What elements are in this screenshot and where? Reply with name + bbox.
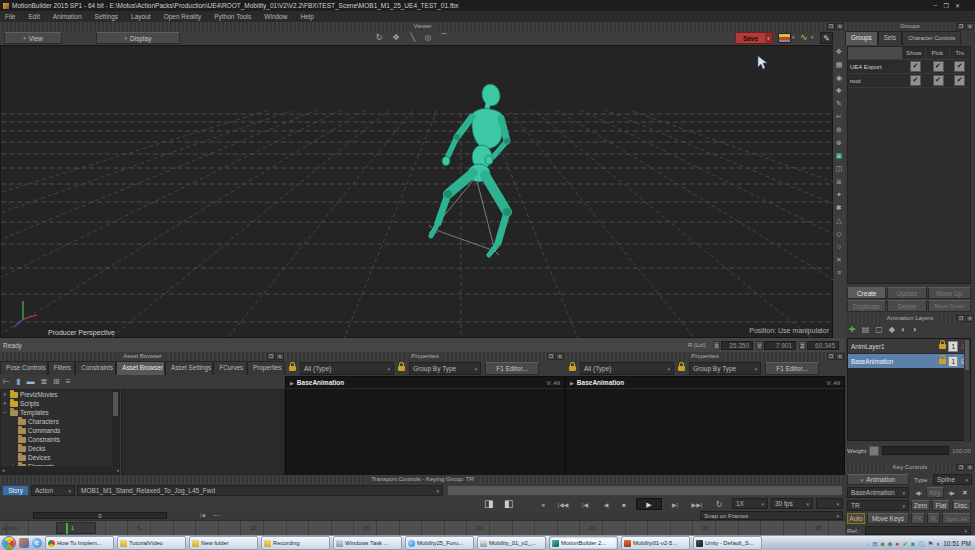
display-dropdown[interactable]: ▾ Display xyxy=(96,32,180,44)
side-tool-icon[interactable]: ◫ xyxy=(836,162,843,175)
current-frame-field[interactable]: 0 xyxy=(33,512,167,519)
tray-icon[interactable]: ◗ xyxy=(936,540,940,547)
view-dropdown[interactable]: ▾ View xyxy=(4,32,62,44)
trs-checkbox[interactable]: ✔ xyxy=(954,61,965,72)
duplicate-group-button[interactable]: Duplicate xyxy=(847,300,886,312)
pane-maximize-icon[interactable]: ❐ xyxy=(827,353,835,360)
delete-key-icon[interactable]: ✕ xyxy=(959,487,971,499)
color-swatch-icon[interactable] xyxy=(778,33,791,43)
group-by-dropdown[interactable]: Group By Type▾ xyxy=(409,362,481,375)
tab-character-controls[interactable]: Character Controls xyxy=(902,31,961,45)
side-tool-icon[interactable]: ✦ xyxy=(836,188,842,201)
fk-button[interactable]: FK xyxy=(911,513,925,524)
show-checkbox[interactable]: ✔ xyxy=(910,75,921,86)
menu-animation[interactable]: Animation xyxy=(53,13,82,20)
group-row[interactable]: root ✔ ✔ ✔ xyxy=(848,74,970,88)
task-motionbuilder[interactable]: MotionBuilder 2... xyxy=(549,536,618,550)
pane-maximize-icon[interactable]: ❐ xyxy=(957,464,965,471)
viewer-maximize-icon[interactable]: ❐ xyxy=(827,23,835,30)
tree-item[interactable]: Decks xyxy=(1,444,119,453)
move-down-button[interactable]: Move Down xyxy=(928,300,971,312)
tab-asset-settings[interactable]: Asset Settings xyxy=(165,361,213,375)
goto-end-button[interactable]: ▶▶| xyxy=(688,499,706,511)
weight-thumb[interactable] xyxy=(869,446,879,456)
menu-layout[interactable]: Layout xyxy=(131,13,151,20)
save-options-arrow-icon[interactable]: ▾ xyxy=(765,33,772,43)
key-layer-dropdown[interactable]: BaseAnimation▾ xyxy=(847,487,909,498)
pick-checkbox[interactable]: ✔ xyxy=(933,61,944,72)
interpolation-type-dropdown[interactable]: Spline▾ xyxy=(933,474,972,485)
task-recording[interactable]: Recording xyxy=(261,536,330,550)
orbit-camera-icon[interactable]: ↻ xyxy=(372,32,386,44)
swatch-arrow-icon[interactable]: ▾ xyxy=(792,34,795,40)
tab-sets[interactable]: Sets xyxy=(878,31,903,45)
menu-window[interactable]: Window xyxy=(264,13,287,20)
side-tool-icon[interactable]: ≡ xyxy=(837,266,841,279)
move-up-button[interactable]: Move Up xyxy=(928,287,971,299)
action-mode-dropdown[interactable]: Action▾ xyxy=(31,485,75,496)
play-button[interactable]: ▶ xyxy=(636,498,662,510)
layers-scrollbar[interactable] xyxy=(964,339,970,442)
side-tool-icon[interactable]: ⊕ xyxy=(836,123,842,136)
tree-item[interactable]: −Templates xyxy=(1,408,119,417)
task-tutorialvideo[interactable]: TutorialVideo xyxy=(117,536,186,550)
show-checkbox[interactable]: ✔ xyxy=(910,61,921,72)
side-tool-icon[interactable]: ○ xyxy=(837,240,841,253)
loop-button[interactable]: ↻ xyxy=(712,499,726,511)
zoom-out-icon[interactable]: |◀ xyxy=(200,512,205,518)
dolly-camera-icon[interactable]: ╲ xyxy=(406,32,420,44)
tab-groups[interactable]: Groups xyxy=(845,31,878,45)
scrollbar-thumb[interactable] xyxy=(113,392,118,416)
playhead-box[interactable]: 1 xyxy=(56,522,96,534)
pane-close-icon[interactable]: ✕ xyxy=(966,315,974,322)
duplicate-layer-icon[interactable]: ▤ xyxy=(862,324,870,337)
take-notes-field[interactable] xyxy=(447,485,843,496)
tree-item[interactable]: +Scripts xyxy=(1,399,119,408)
scrollbar-thumb[interactable] xyxy=(965,340,969,370)
layer-weight-badge[interactable]: 1 xyxy=(948,341,958,352)
side-tool-icon[interactable]: ◉ xyxy=(836,71,842,84)
side-tool-icon[interactable]: ✎ xyxy=(836,97,842,110)
take-name-dropdown[interactable]: MOB1_M1_Stand_Relaxed_To_Jog_L45_Fwd▾ xyxy=(77,485,443,496)
auto-key-button[interactable]: Auto xyxy=(847,513,865,524)
pane-close-icon[interactable]: ✕ xyxy=(556,353,564,360)
delete-group-button[interactable]: Delete xyxy=(887,300,926,312)
lock-icon[interactable] xyxy=(569,366,576,371)
clock[interactable]: 10:51 PM xyxy=(943,540,971,547)
tray-icon[interactable]: ● xyxy=(896,540,900,547)
add-layer-icon[interactable]: ✚ xyxy=(849,324,856,337)
tab-properties[interactable]: Properties xyxy=(247,361,285,375)
lock-icon[interactable] xyxy=(289,366,296,371)
expand-arrow-icon[interactable]: ▶ xyxy=(290,380,294,386)
animation-mode-dropdown[interactable]: ▾ Animation xyxy=(847,474,909,485)
next-frame-button[interactable]: ▶| xyxy=(668,499,682,511)
weight-slider[interactable] xyxy=(882,446,949,455)
internet-explorer-icon[interactable]: e xyxy=(32,538,42,548)
tray-icon[interactable]: ⊞ xyxy=(872,540,877,547)
pane-maximize-icon[interactable]: ❐ xyxy=(957,315,965,322)
save-button[interactable]: Save ▾ xyxy=(735,32,773,44)
side-tool-icon[interactable]: ⊗ xyxy=(836,136,842,149)
tray-icon[interactable]: ⓘ xyxy=(918,540,925,547)
pane-close-icon[interactable]: ✕ xyxy=(966,464,974,471)
side-tool-icon[interactable]: ✥ xyxy=(836,45,842,58)
task-new-folder[interactable]: New folder xyxy=(189,536,258,550)
ref-dropdown[interactable]: ▾ xyxy=(865,526,971,535)
menu-file[interactable]: File xyxy=(5,13,15,20)
property-row[interactable]: ▶ BaseAnimation V: All xyxy=(566,377,844,389)
type-filter-dropdown[interactable]: All (Type)▾ xyxy=(300,362,394,375)
fcurve-zigzag-icon[interactable]: ∿ xyxy=(800,32,808,42)
create-group-button[interactable]: Create xyxy=(847,287,886,299)
pane-close-icon[interactable]: ✕ xyxy=(966,23,974,30)
pane-maximize-icon[interactable]: ❐ xyxy=(957,23,965,30)
tray-icon[interactable]: ■ xyxy=(911,540,915,547)
zoom-camera-icon[interactable]: ◎ xyxy=(421,32,435,44)
tab-fcurves[interactable]: FCurves xyxy=(213,361,247,375)
pane-close-icon[interactable]: ✕ xyxy=(276,353,284,360)
layer-row-selected[interactable]: BaseAnimation 1 ⊘ xyxy=(848,354,970,369)
viewport-3d[interactable]: Producer Perspective Position: Use manip… xyxy=(0,45,833,338)
delete-layer-icon[interactable]: ▢ xyxy=(875,324,883,337)
view-all-label[interactable]: V: All xyxy=(827,380,840,386)
tab-asset-browser[interactable]: Asset Browser xyxy=(116,361,165,375)
previous-key-icon[interactable]: ◀• xyxy=(912,487,925,499)
